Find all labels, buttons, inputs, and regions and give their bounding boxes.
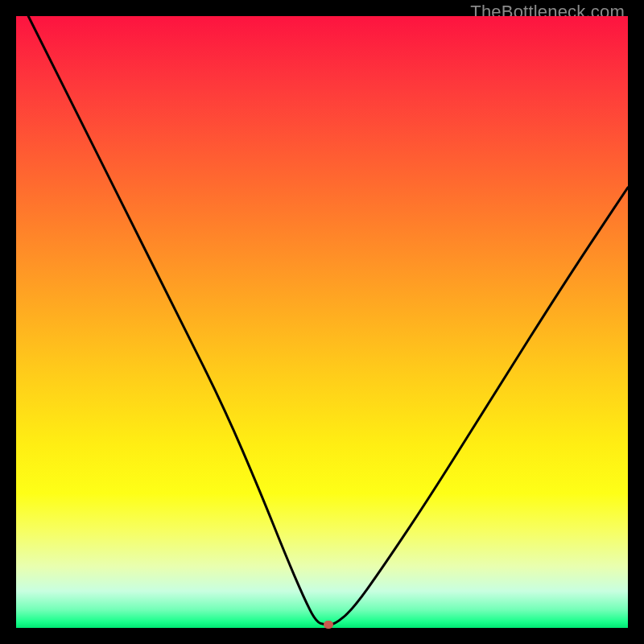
bottleneck-curve — [28, 16, 628, 625]
plot-area — [16, 16, 628, 628]
optimal-marker — [324, 621, 333, 629]
chart-container: TheBottleneck.com — [0, 0, 644, 644]
curve-layer — [16, 16, 628, 628]
